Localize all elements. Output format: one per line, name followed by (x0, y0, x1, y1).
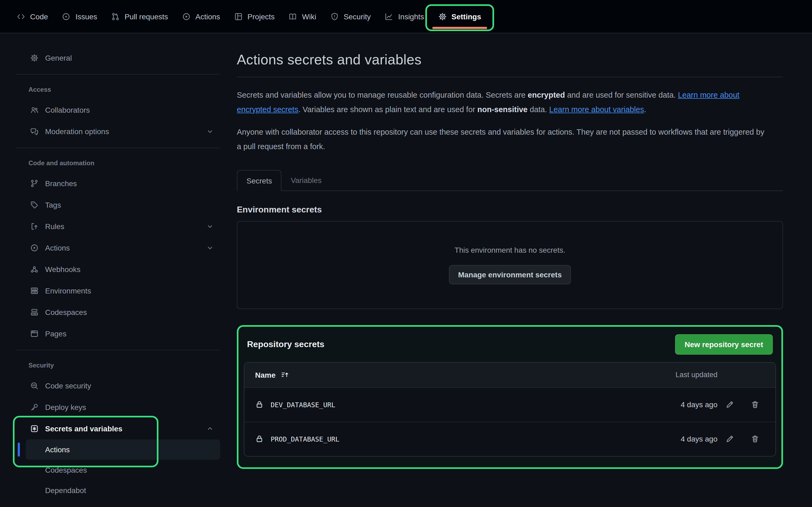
comment-discussion-icon (30, 127, 39, 136)
secret-name-cell: DEV_DATABASE_URL (255, 400, 637, 409)
sidebar-item-label: General (45, 54, 72, 62)
nav-tab-pull-requests[interactable]: Pull requests (104, 0, 175, 33)
people-icon (30, 106, 39, 114)
trash-icon (751, 400, 759, 409)
delete-secret-button[interactable] (742, 388, 768, 421)
sidebar-item-label: Rules (45, 222, 64, 231)
nav-tab-projects[interactable]: Projects (227, 0, 282, 33)
shield-icon (330, 12, 339, 21)
sidebar-item-label: Actions (45, 243, 70, 252)
intro-text: and are used for sensitive data. (565, 91, 678, 99)
sidebar-item-webhooks[interactable]: Webhooks (16, 259, 225, 280)
sidebar-item-deploy-keys[interactable]: Deploy keys (16, 396, 225, 418)
nav-tab-code[interactable]: Code (10, 0, 55, 33)
server-icon (30, 286, 39, 295)
sidebar-divider (16, 148, 220, 148)
link-learn-more-variables[interactable]: Learn more about variables (549, 105, 644, 114)
intro-text: Secrets and variables allow you to manag… (237, 91, 528, 99)
nav-tab-wiki[interactable]: Wiki (282, 0, 323, 33)
key-asterisk-icon (30, 425, 39, 433)
manage-environment-secrets-button[interactable]: Manage environment secrets (449, 265, 571, 284)
chevron-down-icon (206, 223, 214, 230)
sidebar-item-label: Pages (45, 329, 66, 338)
edit-secret-button[interactable] (717, 388, 742, 421)
sidebar-section-access: Access (16, 80, 225, 99)
sidebar-item-rules[interactable]: Rules (16, 216, 225, 237)
repo-nav: Code Issues Pull requests Actions Projec… (0, 0, 812, 33)
sidebar-item-pages[interactable]: Pages (16, 323, 225, 344)
git-pull-request-icon (111, 12, 120, 21)
nav-tab-security[interactable]: Security (323, 0, 378, 33)
tag-icon (30, 201, 39, 209)
chevron-down-icon (206, 244, 214, 251)
sidebar-item-moderation-options[interactable]: Moderation options (16, 121, 225, 142)
sidebar-item-branches[interactable]: Branches (16, 173, 225, 194)
sidebar-item-general[interactable]: General (16, 47, 225, 69)
github-repo-settings-page: Code Issues Pull requests Actions Projec… (0, 0, 812, 507)
play-icon (182, 12, 191, 21)
tab-secrets[interactable]: Secrets (237, 170, 282, 191)
secret-last-updated: 4 days ago (637, 435, 717, 443)
sidebar-item-label: Codespaces (45, 308, 87, 317)
secret-name: PROD_DATABASE_URL (271, 435, 340, 443)
secret-name-cell: PROD_DATABASE_URL (255, 435, 637, 443)
pencil-icon (725, 435, 734, 443)
gear-icon (30, 54, 39, 62)
issue-opened-icon (62, 12, 70, 21)
sidebar-item-code-security[interactable]: Code security (16, 375, 225, 396)
sidebar-item-secrets-and-variables[interactable]: Secrets and variables (16, 418, 225, 439)
play-icon (30, 243, 39, 252)
chevron-up-icon (206, 425, 214, 433)
sidebar-divider (16, 350, 220, 350)
sidebar-subitem-dependabot[interactable]: Dependabot (26, 480, 220, 501)
intro-text: . Variables are shown as plain text and … (298, 105, 477, 114)
environment-secrets-heading: Environment secrets (237, 205, 783, 214)
codespaces-icon (30, 308, 39, 317)
pencil-icon (725, 400, 734, 409)
nav-tab-issues[interactable]: Issues (55, 0, 104, 33)
git-branch-icon (30, 179, 39, 188)
table-header-row: Name Last updated (244, 362, 775, 387)
nav-tab-label: Pull requests (124, 12, 168, 21)
sidebar-item-actions[interactable]: Actions (16, 237, 225, 259)
sidebar-divider (16, 74, 220, 74)
tab-variables[interactable]: Variables (282, 170, 331, 190)
edit-secret-button[interactable] (717, 422, 742, 456)
sidebar-item-tags[interactable]: Tags (16, 194, 225, 216)
secret-name: DEV_DATABASE_URL (271, 400, 336, 408)
sidebar-item-label: Tags (45, 201, 61, 209)
secret-row: DEV_DATABASE_URL 4 days ago (244, 387, 775, 421)
sidebar-section-security: Security (16, 356, 225, 375)
name-column-header[interactable]: Name (255, 371, 637, 379)
sidebar-subitem-codespaces[interactable]: Codespaces (26, 460, 220, 480)
nav-tab-insights[interactable]: Insights (378, 0, 431, 33)
sidebar-item-collaborators[interactable]: Collaborators (16, 99, 225, 121)
delete-secret-button[interactable] (742, 422, 768, 456)
environment-secrets-empty-box: This environment has no secrets. Manage … (237, 221, 783, 309)
intro-text: . (644, 105, 646, 114)
nav-tab-label: Insights (398, 12, 424, 21)
codescan-icon (30, 382, 39, 390)
settings-sidebar: General Access Collaborators Moderation … (0, 33, 225, 501)
nav-tab-label: Security (344, 12, 371, 21)
secrets-and-variables-group: Secrets and variables Actions (16, 418, 225, 460)
nav-tab-actions[interactable]: Actions (175, 0, 227, 33)
sidebar-item-label: Deploy keys (45, 403, 86, 411)
sidebar-subitem-actions[interactable]: Actions (26, 439, 220, 460)
nav-tab-label: Projects (248, 12, 275, 21)
sidebar-item-environments[interactable]: Environments (16, 280, 225, 301)
repository-secrets-header: Repository secrets New repository secret (247, 334, 773, 354)
graph-icon (385, 12, 393, 21)
sidebar-subitem-label: Codespaces (45, 466, 87, 474)
collaborator-note-paragraph: Anyone with collaborator access to this … (237, 125, 768, 154)
sidebar-item-codespaces[interactable]: Codespaces (16, 301, 225, 323)
nav-tab-settings[interactable]: Settings (431, 0, 488, 33)
rules-icon (30, 222, 39, 231)
repository-secrets-heading: Repository secrets (247, 339, 324, 349)
sidebar-item-label: Webhooks (45, 265, 81, 274)
content-area: General Access Collaborators Moderation … (0, 33, 812, 501)
sidebar-item-label: Environments (45, 286, 91, 295)
new-repository-secret-button[interactable]: New repository secret (675, 334, 773, 354)
lock-icon (255, 400, 264, 409)
nav-tab-label: Settings (451, 12, 481, 21)
